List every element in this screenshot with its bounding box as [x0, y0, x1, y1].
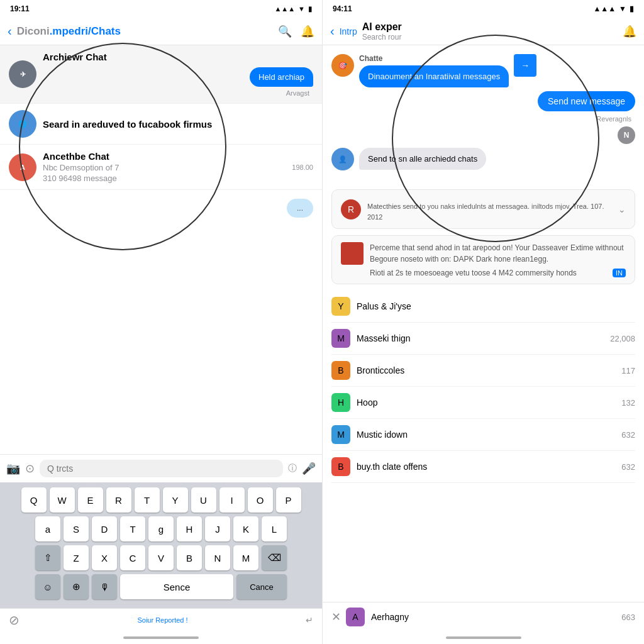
key-v[interactable]: V — [148, 545, 174, 570]
keyboard-row-1: Q W E R T Y U I O P — [3, 487, 319, 513]
msg-sender-row: 🎯 Chatte Dinaoument an Inaratiival messa… — [331, 54, 635, 87]
left-nav-bar: ‹ Diconi.mpedri/Chats 🔍 🔔 — [0, 18, 322, 45]
key-k[interactable]: K — [233, 516, 258, 541]
key-t[interactable]: T — [135, 487, 160, 513]
left-back-button[interactable]: ‹ — [8, 24, 12, 38]
key-s[interactable]: S — [64, 516, 89, 541]
dropdown-text-content: Matecthies send to you naks inledulnts a… — [367, 196, 612, 222]
key-u[interactable]: U — [191, 487, 216, 513]
extra-bubble: ... — [287, 199, 313, 218]
chat-name-3: Ancethbe Chat — [43, 151, 286, 162]
info-icon: ⓘ — [288, 463, 297, 474]
return-icon[interactable]: ↵ — [306, 615, 313, 625]
search-input[interactable] — [40, 460, 283, 477]
camera-icon[interactable]: 📷 — [6, 462, 20, 475]
key-y[interactable]: Y — [163, 487, 188, 513]
left-bell-icon[interactable]: 🔔 — [301, 25, 314, 38]
key-a[interactable]: a — [35, 516, 60, 541]
chat-item-2[interactable]: 🌐 Seard in areduved to fucabook firmus — [0, 104, 322, 145]
left-nav-title: Diconi.mpedri/Chats — [17, 25, 273, 38]
key-backspace[interactable]: ⌫ — [262, 545, 287, 570]
right-bell-icon[interactable]: 🔔 — [623, 25, 636, 38]
right-panel: 94:11 ▲▲▲ ▼ ▮ ‹ Intrp AI exper Search ro… — [322, 0, 644, 644]
left-home-bar — [123, 636, 199, 639]
left-home-indicator — [0, 631, 322, 644]
key-mic2[interactable]: 🎙 — [92, 574, 117, 599]
key-e[interactable]: E — [78, 487, 103, 513]
key-cancel[interactable]: Cance — [236, 574, 287, 599]
chat-item-1[interactable]: ✈ Archiewr Chat Held archiap Arvagst — [0, 45, 322, 104]
key-emoji[interactable]: ☺ — [35, 574, 60, 599]
chat-time-1: Arvagst — [43, 89, 309, 97]
list-count-1: 22,008 — [610, 334, 635, 343]
last-list-icon: A — [346, 608, 365, 626]
in-badge: IN — [613, 269, 626, 277]
key-x[interactable]: X — [92, 545, 117, 570]
below-circle-content: R Matecthies send to you naks inledulnts… — [323, 183, 644, 492]
list-name-3: Hoop — [357, 397, 615, 408]
key-d[interactable]: D — [92, 516, 117, 541]
chat-bubble-1: Held archiap — [250, 67, 313, 87]
circle-icon[interactable]: ⊙ — [25, 462, 35, 475]
chevron-down-icon[interactable]: ⌄ — [618, 204, 626, 214]
key-z[interactable]: Z — [64, 545, 89, 570]
no-entry-icon[interactable]: ⊘ — [9, 613, 19, 628]
key-r[interactable]: R — [106, 487, 131, 513]
right-status-icons: ▲▲▲ ▼ ▮ — [593, 4, 634, 13]
right-back-label[interactable]: Intrp — [340, 26, 357, 36]
right-back-button[interactable]: ‹ — [330, 24, 335, 38]
list-row-4[interactable]: M Mustic idown 632 — [331, 419, 635, 451]
key-p[interactable]: P — [276, 487, 301, 513]
reply-row: 👤 Send to sn alle archiedd chats — [331, 148, 635, 170]
list-row-2[interactable]: B Bronticcoles 117 — [331, 355, 635, 387]
chat-item-3[interactable]: A Ancethbe Chat Nbc Demsoption of 7 310 … — [0, 145, 322, 190]
left-search-icon[interactable]: 🔍 — [278, 25, 292, 38]
key-m[interactable]: M — [233, 545, 258, 570]
key-h[interactable]: H — [177, 516, 202, 541]
close-button[interactable]: ✕ — [331, 610, 341, 624]
dropdown-header: R Matecthies send to you naks inledulnts… — [341, 196, 626, 222]
dropdown-section[interactable]: R Matecthies send to you naks inledulnts… — [331, 189, 635, 229]
key-globe[interactable]: ⊕ — [64, 574, 89, 599]
right-time: 94:11 — [333, 4, 352, 13]
key-l[interactable]: L — [262, 516, 287, 541]
chat-content-3: Ancethbe Chat Nbc Demsoption of 7 310 96… — [43, 151, 286, 183]
n-badge: N — [618, 126, 635, 144]
key-c[interactable]: C — [120, 545, 145, 570]
message-card-inner: Perceme that send ahod in tat arepood on… — [341, 242, 626, 277]
list-row-3[interactable]: H Hoop 132 — [331, 387, 635, 419]
chat-name-2: Seard in areduved to fucabook firmus — [43, 119, 313, 130]
key-space[interactable]: Sence — [120, 574, 233, 599]
chat-name-1: Archiewr Chat — [43, 52, 313, 62]
list-count-2: 117 — [621, 366, 635, 375]
list-name-4: Mustic idown — [357, 430, 615, 440]
key-n[interactable]: N — [205, 545, 230, 570]
keyboard: Q W E R T Y U I O P a S D T g H J K — [0, 482, 322, 608]
send-new-message-bubble[interactable]: Send new message — [538, 91, 635, 111]
key-g[interactable]: g — [148, 516, 174, 541]
right-signal-icon: ▲▲▲ — [593, 4, 616, 13]
message-card: Perceme that send ahod in tat arepood on… — [331, 235, 635, 284]
key-j[interactable]: J — [205, 516, 230, 541]
key-b[interactable]: B — [177, 545, 202, 570]
key-q[interactable]: Q — [21, 487, 47, 513]
left-chat-list: ✈ Archiewr Chat Held archiap Arvagst 🌐 S… — [0, 45, 322, 454]
last-list-row[interactable]: A Aerhagny 663 — [346, 608, 635, 626]
list-icon-1: M — [331, 329, 350, 348]
key-o[interactable]: O — [248, 487, 273, 513]
bubble-dynamic-interactive: Dinaoument an Inaratiival messages — [359, 65, 509, 87]
key-t2[interactable]: T — [120, 516, 145, 541]
list-row-5[interactable]: B buy.th clate offens 632 — [331, 451, 635, 483]
right-nav-subtitle: Search rour — [362, 33, 618, 42]
key-shift[interactable]: ⇧ — [35, 545, 60, 570]
left-nav-icons: 🔍 🔔 — [278, 25, 314, 38]
list-icon-2: B — [331, 361, 350, 380]
key-w[interactable]: W — [50, 487, 75, 513]
bottom-label: Soiur Reported ! — [137, 616, 187, 624]
list-row-0[interactable]: Y Palus & Ji'yse — [331, 291, 635, 323]
key-i[interactable]: I — [219, 487, 245, 513]
mic-icon[interactable]: 🎤 — [302, 462, 316, 475]
list-row-1[interactable]: M Masseki thign 22,008 — [331, 323, 635, 355]
chat-extra-3: 310 96498 message — [43, 174, 286, 183]
list-section: Y Palus & Ji'yse M Masseki thign 22,008 … — [331, 291, 635, 483]
